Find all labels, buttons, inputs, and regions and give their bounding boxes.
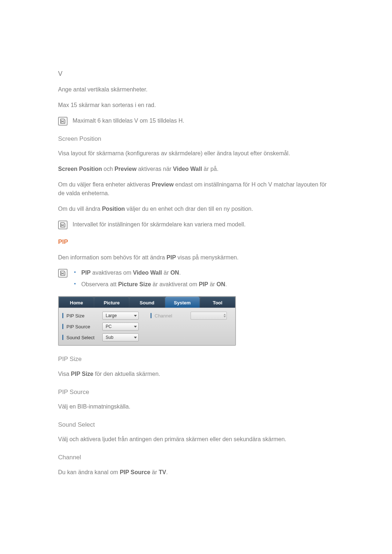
bold-text: PIP Source — [120, 469, 150, 475]
chevron-down-icon — [224, 316, 226, 317]
bold-text: Position — [102, 206, 125, 212]
v-description: Ange antal vertikala skärmenheter. — [58, 85, 334, 94]
channel-description: Du kan ändra kanal om PIP Source är TV. — [58, 468, 334, 477]
pip-source-row: PIP Source PC — [59, 321, 147, 332]
text: . — [166, 469, 168, 475]
note-icon — [58, 221, 68, 229]
pip-bullet-2: Observera att Picture Size är avaktivera… — [73, 280, 227, 289]
bold-text: Video Wall — [133, 270, 162, 276]
text: och — [102, 166, 115, 172]
text: . — [179, 270, 180, 276]
tab-home[interactable]: Home — [59, 297, 94, 308]
bold-text: Video Wall — [173, 166, 202, 172]
spinner-arrows — [224, 314, 226, 317]
bold-text: PIP — [167, 254, 176, 260]
text: visas på menyskärmen. — [176, 254, 239, 260]
text: . — [225, 281, 227, 287]
screen-position-heading: Screen Position — [58, 134, 334, 144]
note-icon — [58, 117, 68, 126]
pip-source-description: Välj en BIB-inmatningskälla. — [58, 402, 334, 411]
chevron-down-icon — [134, 315, 137, 317]
pip-size-select[interactable]: Large — [102, 312, 139, 320]
tab-row: Home Picture Sound System Tool — [59, 297, 235, 308]
tab-picture[interactable]: Picture — [94, 297, 129, 308]
pip-notes: PIP avaktiveras om Video Wall är ON. Obs… — [58, 268, 334, 292]
chevron-down-icon — [134, 337, 137, 338]
text: är — [208, 281, 216, 287]
pip-settings-panel: Home Picture Sound System Tool PIP Size … — [58, 296, 236, 346]
pip-intro: Den information som behövs för att ändra… — [58, 253, 334, 262]
text: Observera att — [81, 281, 118, 287]
bold-text: PIP — [81, 270, 91, 276]
screen-position-p2: Screen Position och Preview aktiveras nä… — [58, 165, 334, 174]
tab-tool[interactable]: Tool — [200, 297, 235, 308]
screen-position-p4: Om du vill ändra Position väljer du en e… — [58, 205, 334, 214]
pip-size-label: PIP Size — [62, 312, 102, 320]
pip-source-label: PIP Source — [62, 323, 102, 331]
sound-select-value: Sub — [106, 334, 113, 341]
text: är — [150, 469, 159, 475]
sound-select-label: Sound Select — [62, 334, 102, 341]
text: Om du väljer flera enheter aktiveras — [58, 181, 152, 188]
controls-row: PIP Size Large PIP Source PC Sound Selec… — [59, 308, 235, 345]
text: avaktiveras om — [91, 270, 133, 276]
pip-heading: PIP — [58, 237, 334, 247]
bold-text: PIP Size — [71, 371, 93, 377]
tab-sound[interactable]: Sound — [130, 297, 164, 308]
text: Den information som behövs för att ändra — [58, 254, 167, 260]
pip-size-description: Visa PIP Size för den aktuella skärmen. — [58, 370, 334, 379]
v-note: Maximalt 6 kan tilldelas V om 15 tilldel… — [58, 116, 334, 126]
text: väljer du en enhet och drar den till en … — [125, 206, 253, 212]
chevron-up-icon — [224, 314, 226, 315]
bold-text: TV — [159, 469, 166, 475]
pip-size-value: Large — [106, 312, 117, 319]
channel-row: Channel — [147, 310, 235, 321]
pip-source-value: PC — [106, 323, 112, 330]
note-icon — [58, 269, 68, 278]
text: Du kan ändra kanal om — [58, 469, 120, 475]
bold-text: Screen Position — [58, 166, 102, 172]
sound-select-row: Sound Select Sub — [59, 332, 147, 343]
text: är avaktiverat om — [151, 281, 199, 287]
screen-position-p1: Visa layout för skärmarna (konfigureras … — [58, 149, 334, 158]
pip-bullet-1: PIP avaktiveras om Video Wall är ON. — [73, 268, 227, 277]
text: är på. — [202, 166, 219, 172]
channel-label: Channel — [151, 312, 191, 320]
chevron-down-icon — [134, 326, 137, 328]
controls-left: PIP Size Large PIP Source PC Sound Selec… — [59, 308, 147, 345]
screen-position-p3: Om du väljer flera enheter aktiveras Pre… — [58, 180, 334, 198]
v-heading: V — [58, 69, 334, 79]
screen-position-note-text: Intervallet för inställningen för skärmd… — [73, 220, 246, 229]
pip-source-select[interactable]: PC — [102, 323, 139, 331]
sound-select-select[interactable]: Sub — [102, 333, 139, 341]
v-max-text: Max 15 skärmar kan sorteras i en rad. — [58, 101, 334, 110]
sound-select-subheading: Sound Select — [58, 420, 334, 430]
screen-position-note: Intervallet för inställningen för skärmd… — [58, 220, 334, 229]
text: aktiveras när — [136, 166, 173, 172]
bold-text: PIP — [199, 281, 208, 287]
text: är — [162, 270, 170, 276]
bold-text: Preview — [152, 181, 173, 188]
bold-text: ON — [170, 270, 179, 276]
pip-size-row: PIP Size Large — [59, 310, 147, 321]
text: Om du vill ändra — [58, 206, 102, 212]
text: för den aktuella skärmen. — [93, 371, 160, 377]
channel-subheading: Channel — [58, 453, 334, 462]
bold-text: Picture Size — [118, 281, 151, 287]
tab-system[interactable]: System — [165, 297, 200, 308]
bold-text: Preview — [115, 166, 136, 172]
pip-bullet-list: PIP avaktiveras om Video Wall är ON. Obs… — [73, 268, 227, 292]
pip-size-subheading: PIP Size — [58, 354, 334, 364]
bold-text: ON — [217, 281, 225, 287]
text: Visa — [58, 371, 71, 377]
pip-source-subheading: PIP Source — [58, 387, 334, 397]
v-note-text: Maximalt 6 kan tilldelas V om 15 tilldel… — [73, 116, 184, 125]
channel-spinner[interactable] — [191, 312, 227, 320]
controls-right: Channel — [147, 308, 235, 345]
sound-select-description: Välj och aktivera ljudet från antingen d… — [58, 435, 334, 444]
